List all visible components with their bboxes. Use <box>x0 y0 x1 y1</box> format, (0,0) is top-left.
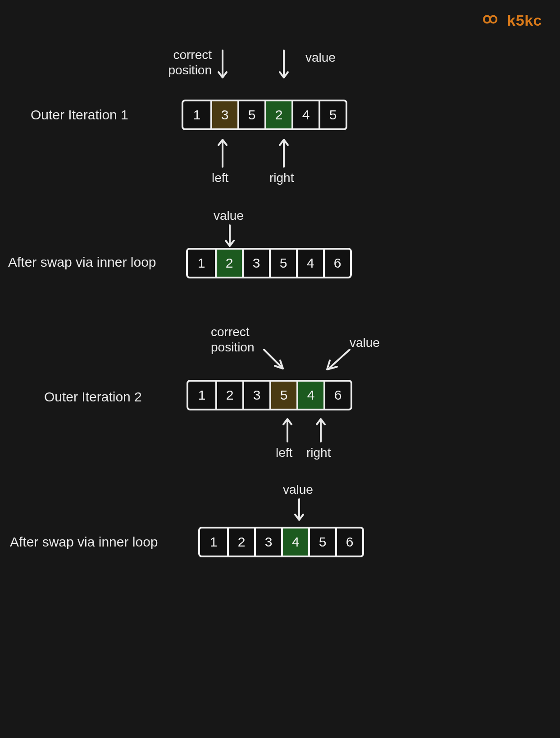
arrow-down-icon <box>294 498 305 524</box>
array-cell: 4 <box>281 528 308 556</box>
array-cell: 6 <box>323 250 350 277</box>
array-cell: 1 <box>188 250 215 277</box>
array-cell: 6 <box>335 528 362 556</box>
label-value: value <box>214 208 244 223</box>
array-row: 123456 <box>198 527 364 557</box>
array-cell: 2 <box>264 101 291 128</box>
arrow-down-icon <box>217 50 228 82</box>
array-cell: 1 <box>183 101 210 128</box>
arrow-up-icon <box>278 135 289 168</box>
svg-line-6 <box>330 350 350 368</box>
array-cell: 5 <box>308 528 335 556</box>
label-value: value <box>305 50 336 65</box>
label-value: value <box>283 482 313 497</box>
array-cell: 2 <box>227 528 254 556</box>
arrow-down-icon <box>278 50 289 82</box>
label-value: value <box>350 335 380 351</box>
array-cell: 4 <box>291 101 319 128</box>
arrow-down-icon <box>224 224 235 250</box>
section-title: Outer Iteration 2 <box>44 389 142 405</box>
brand-name: k5kc <box>507 12 542 29</box>
array-cell: 2 <box>215 250 242 277</box>
array-cell: 3 <box>242 250 269 277</box>
brand-logo: k5kc <box>478 11 542 30</box>
array-cell: 3 <box>242 382 269 409</box>
array-cell: 3 <box>210 101 237 128</box>
array-row: 123546 <box>187 380 352 410</box>
arrow-up-icon <box>282 415 293 443</box>
array-row: 123546 <box>186 248 352 278</box>
array-cell: 5 <box>269 250 296 277</box>
arrow-diag-icon <box>261 347 288 374</box>
svg-line-5 <box>264 350 281 367</box>
label-right: right <box>269 170 294 186</box>
array-cell: 2 <box>215 382 242 409</box>
label-left: left <box>212 170 228 186</box>
label-correct-position: correctposition <box>211 324 255 355</box>
array-cell: 4 <box>296 250 323 277</box>
array-cell: 1 <box>200 528 227 556</box>
array-cell: 5 <box>269 382 296 409</box>
array-cell: 6 <box>323 382 351 409</box>
array-row: 135245 <box>182 100 347 130</box>
array-cell: 5 <box>237 101 264 128</box>
arrow-diag-icon <box>323 347 354 374</box>
arrow-up-icon <box>315 415 326 443</box>
label-correct-position: correctposition <box>162 47 212 77</box>
section-title: After swap via inner loop <box>10 534 158 550</box>
section-title: After swap via inner loop <box>8 255 156 270</box>
section-title: Outer Iteration 1 <box>31 107 128 123</box>
arrow-up-icon <box>217 135 228 168</box>
infinity-icon <box>478 11 502 30</box>
label-right: right <box>306 445 331 460</box>
array-cell: 1 <box>188 382 215 409</box>
array-cell: 4 <box>296 382 323 409</box>
label-left: left <box>276 445 292 460</box>
array-cell: 3 <box>254 528 281 556</box>
array-cell: 5 <box>319 101 346 128</box>
